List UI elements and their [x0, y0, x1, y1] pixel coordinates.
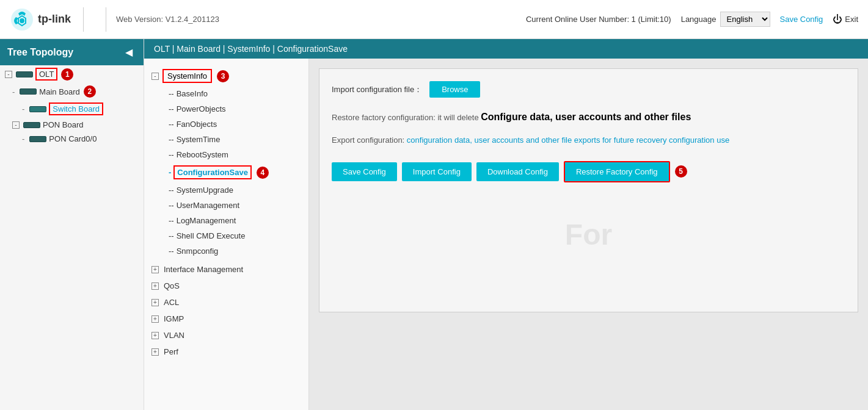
menu-snmpconfig[interactable]: -- Snmpconfig	[149, 243, 304, 259]
systemtime-label: SystemTime	[177, 135, 221, 144]
version-text: Web Version: V1.2.4_201123	[116, 15, 526, 24]
svg-point-1	[20, 18, 24, 23]
export-text: Export configuration: configuration data…	[332, 134, 845, 146]
olt-label: OLT	[35, 68, 57, 81]
tplink-logo-icon	[10, 7, 34, 32]
menu-interface-management[interactable]: + Interface Management	[144, 261, 308, 278]
menu-fanobjects[interactable]: -- FanObjects	[149, 117, 304, 132]
switchboard-label: Switch Board	[49, 103, 103, 115]
logmgmt-prefix: --	[169, 216, 174, 225]
ponboard-expand-icon: -	[12, 121, 20, 129]
restore-factory-wrapper: Restore Factory Config 5	[564, 161, 687, 182]
configsave-prefix: -	[169, 168, 171, 177]
logmgmt-label: LogManagement	[177, 216, 236, 225]
watermark: For	[565, 218, 612, 251]
exit-label: Exit	[845, 15, 858, 24]
menu-qos[interactable]: + QoS	[144, 278, 308, 294]
language-label: Language	[681, 15, 717, 24]
menu-perf[interactable]: + Perf	[144, 343, 308, 360]
fanobjects-prefix: --	[169, 120, 174, 129]
tree-item-ponboard[interactable]: - PON Board	[0, 118, 144, 132]
tree-item-olt[interactable]: - OLT 1	[0, 65, 144, 83]
igmp-expand-icon: +	[151, 315, 159, 323]
exit-button[interactable]: ⏻ Exit	[833, 14, 858, 25]
igmp-label: IGMP	[164, 314, 184, 323]
qos-label: QoS	[164, 281, 180, 290]
interface-label: Interface Management	[164, 265, 243, 274]
restore-factory-button[interactable]: Restore Factory Config	[564, 161, 670, 182]
powerobjects-label: PowerObjects	[177, 104, 226, 113]
content-area: OLT | Main Board | SystemInfo | Configur…	[144, 39, 868, 410]
systeminfo-expand-icon: -	[151, 73, 159, 80]
content-box: Import configuration file： Browse Restor…	[319, 68, 858, 312]
menu-powerobjects[interactable]: -- PowerObjects	[149, 101, 304, 117]
menu-usermanagement[interactable]: -- UserManagement	[149, 198, 304, 213]
user-info-text: Current Online User Number: 1 (Limit:10)	[526, 15, 671, 24]
sidebar-title: Tree Topology	[7, 47, 73, 58]
usermgmt-prefix: --	[169, 201, 174, 210]
browse-button[interactable]: Browse	[429, 81, 480, 98]
tree-item-poncard[interactable]: - PON Card0/0	[0, 132, 144, 146]
sidebar: Tree Topology ◀ - OLT 1 - Main Board 2 -	[0, 39, 144, 410]
logo-area: tp-link	[10, 7, 84, 32]
menu-igmp[interactable]: + IGMP	[144, 311, 308, 327]
menu-baseinfo[interactable]: -- BaseInfo	[149, 86, 304, 101]
menu-acl[interactable]: + ACL	[144, 294, 308, 311]
export-detail: configuration data, user accounts and ot…	[407, 135, 729, 145]
snmp-label: Snmpconfig	[177, 246, 219, 256]
shellcmd-label: Shell CMD Execute	[177, 231, 246, 240]
menu-systemupgrade[interactable]: -- SystemUpgrade	[149, 182, 304, 198]
menu-configurationsave[interactable]: - ConfigurationSave 4	[149, 162, 304, 182]
import-config-button[interactable]: Import Config	[402, 162, 472, 181]
systeminfo-label[interactable]: SystemInfo	[162, 69, 212, 83]
language-selector[interactable]: Language English Chinese	[681, 12, 770, 27]
main-layout: Tree Topology ◀ - OLT 1 - Main Board 2 -	[0, 39, 868, 410]
sidebar-toggle-button[interactable]: ◀	[122, 45, 136, 59]
acl-label: ACL	[164, 298, 179, 307]
systeminfo-section-header[interactable]: - SystemInfo 3	[149, 66, 304, 86]
configsave-badge: 4	[257, 167, 269, 179]
shellcmd-prefix: --	[169, 231, 174, 240]
mainboard-badge: 2	[84, 85, 96, 98]
reboot-prefix: --	[169, 150, 174, 159]
download-config-button[interactable]: Download Config	[476, 162, 559, 181]
action-buttons: Save Config Import Config Download Confi…	[332, 161, 845, 182]
breadcrumb: OLT | Main Board | SystemInfo | Configur…	[144, 39, 868, 59]
acl-expand-icon: +	[151, 299, 159, 306]
menu-shellcmd[interactable]: -- Shell CMD Execute	[149, 228, 304, 243]
systeminfo-section-wrapper: - SystemInfo 3 -- BaseInfo -- PowerObjec…	[144, 63, 308, 261]
save-config-button[interactable]: Save Config	[332, 162, 397, 181]
menu-rebootsystem[interactable]: -- RebootSystem	[149, 147, 304, 162]
export-prefix: Export configuration:	[332, 135, 407, 145]
ponboard-device-icon	[23, 122, 40, 128]
tplink-logo: tp-link	[10, 7, 71, 32]
menu-vlan[interactable]: + VLAN	[144, 327, 308, 343]
poncard-device-icon	[29, 136, 46, 142]
switchboard-device-icon	[29, 106, 46, 112]
logo-text: tp-link	[38, 13, 71, 26]
olt-expand-icon: -	[5, 71, 12, 78]
panel-split: - SystemInfo 3 -- BaseInfo -- PowerObjec…	[144, 59, 868, 410]
configsave-label[interactable]: ConfigurationSave	[173, 165, 252, 179]
sidebar-header: Tree Topology ◀	[0, 39, 144, 65]
tree-item-switchboard[interactable]: - Switch Board	[0, 100, 144, 118]
olt-device-icon	[16, 71, 33, 77]
perf-expand-icon: +	[151, 348, 159, 356]
ponboard-label: PON Board	[43, 120, 83, 129]
language-dropdown[interactable]: English Chinese	[720, 12, 770, 27]
restore-text: Restore factory configuration: it will d…	[332, 110, 845, 124]
qos-expand-icon: +	[151, 282, 159, 290]
systeminfo-badge: 3	[217, 70, 229, 82]
menu-logmanagement[interactable]: -- LogManagement	[149, 213, 304, 228]
vlan-label: VLAN	[164, 331, 184, 340]
restore-factory-badge: 5	[675, 165, 687, 178]
header-divider	[106, 7, 106, 32]
tree-item-mainboard[interactable]: - Main Board 2	[0, 83, 144, 100]
powerobjects-prefix: --	[169, 104, 174, 113]
header-right: Current Online User Number: 1 (Limit:10)…	[526, 12, 858, 27]
interface-expand-icon: +	[151, 266, 159, 273]
menu-tree: - SystemInfo 3 -- BaseInfo -- PowerObjec…	[144, 59, 309, 410]
reboot-label: RebootSystem	[177, 150, 228, 159]
save-config-link[interactable]: Save Config	[780, 15, 823, 24]
menu-systemtime[interactable]: -- SystemTime	[149, 132, 304, 147]
